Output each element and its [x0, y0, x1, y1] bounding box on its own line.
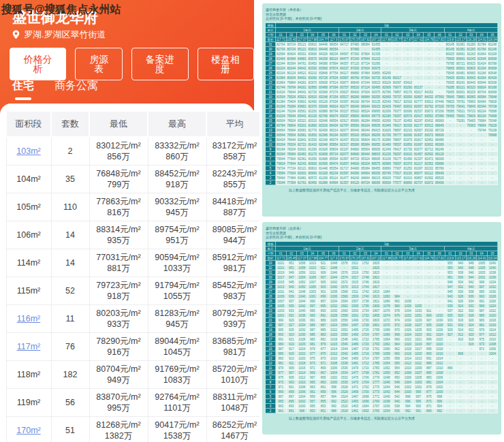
- value-cell: 1781: [371, 370, 382, 375]
- value-cell: 1048: [329, 261, 340, 266]
- empty-cell: -: [445, 142, 456, 147]
- value-cell: 82832: [424, 142, 435, 147]
- value-cell: 1720: [360, 342, 371, 347]
- type-cell: 01: [339, 33, 350, 37]
- value-cell: 1722: [360, 337, 371, 342]
- area-link-text[interactable]: 103m²: [16, 146, 40, 156]
- value-cell: 87569: [435, 95, 445, 99]
- value-cell: 82429: [381, 104, 392, 109]
- value-cell: 82197: [339, 147, 350, 152]
- price-per-sqm: 88311元/m²: [208, 392, 262, 402]
- value-cell: 1011: [308, 270, 319, 275]
- data-row: 3310219511058101391110481578152117521825…: [266, 261, 498, 266]
- value-cell: 1787: [371, 356, 382, 361]
- min-cell: 78290元/m²916万: [89, 333, 148, 361]
- area-cell: 104.78: [424, 256, 435, 261]
- empty-cell: -: [456, 394, 467, 399]
- value-cell: 1004: [403, 380, 413, 385]
- value-cell: 82090: [403, 133, 413, 138]
- value-cell: 81744: [276, 85, 287, 90]
- value-cell: 80788: [488, 61, 499, 66]
- max-cell: 89754元/m²951万: [148, 221, 206, 249]
- empty-cell: -: [403, 52, 413, 57]
- empty-cell: -: [403, 47, 413, 52]
- value-cell: 83312: [424, 123, 435, 128]
- value-cell: 1000: [403, 390, 413, 394]
- value-cell: 1732: [360, 313, 371, 318]
- value-cell: 85121: [297, 47, 308, 52]
- value-cell: 1576: [339, 270, 350, 275]
- value-cell: 1748: [360, 275, 371, 280]
- value-cell: 77364: [287, 180, 298, 185]
- value-cell: 84881: [297, 57, 308, 61]
- value-cell: 1558: [339, 313, 350, 318]
- value-cell: 79665: [445, 66, 456, 71]
- value-cell: 84600: [350, 161, 361, 166]
- area-link-text[interactable]: 170m²: [16, 426, 40, 435]
- value-cell: 1004: [435, 380, 445, 385]
- data-row: 2199992910369918891026155614991730180310…: [266, 318, 498, 323]
- value-cell: 1008: [297, 385, 308, 390]
- empty-cell: -: [403, 285, 413, 289]
- value-cell: 1078: [381, 304, 392, 309]
- value-cell: 993: [276, 332, 287, 337]
- value-cell: 1002: [403, 385, 413, 390]
- value-cell: 81024: [276, 114, 287, 119]
- data-row: 2381864798848428182970836088751483877866…: [266, 80, 498, 85]
- action-button-item[interactable]: 房源表: [75, 48, 123, 80]
- empty-cell: -: [445, 342, 456, 347]
- tab-item[interactable]: 商务公寓: [54, 79, 98, 100]
- value-cell: 85834: [329, 147, 340, 152]
- value-cell: 80668: [488, 66, 499, 71]
- value-cell: 1016: [435, 351, 445, 356]
- value-cell: 879: [424, 385, 435, 390]
- value-cell: 88354: [329, 42, 340, 47]
- value-cell: 1030: [297, 332, 308, 337]
- avg-cell: 85912元/m²981万: [206, 249, 263, 277]
- value-cell: 77817: [392, 171, 403, 176]
- value-cell: 1526: [339, 390, 350, 394]
- price-per-sqm: 92764元/m²: [149, 392, 206, 402]
- value-cell: 942: [467, 280, 477, 285]
- value-cell: 851: [318, 409, 329, 413]
- tab-item[interactable]: 住宅: [12, 79, 34, 100]
- value-cell: 86314: [329, 128, 340, 133]
- type-cell: 01: [381, 33, 392, 37]
- value-cell: 1497: [350, 323, 361, 328]
- empty-cell: -: [392, 52, 403, 57]
- floor-cell: 15: [266, 347, 276, 351]
- value-cell: 1011: [413, 361, 424, 366]
- floor-cell: 28: [266, 285, 276, 289]
- value-cell: 1026: [403, 328, 413, 332]
- action-button-item[interactable]: 备案进度: [131, 48, 188, 80]
- value-cell: 1064: [381, 337, 392, 342]
- total-price: 1467万: [208, 430, 262, 441]
- value-cell: 78897: [392, 128, 403, 133]
- empty-cell: -: [435, 294, 445, 299]
- empty-cell: -: [477, 138, 488, 142]
- value-cell: 1767: [371, 404, 382, 409]
- value-cell: 1044: [329, 275, 340, 280]
- area-link-text[interactable]: 117m²: [17, 342, 41, 351]
- value-cell: 1509: [350, 294, 361, 299]
- area-link-text[interactable]: 116m²: [17, 314, 41, 323]
- value-cell: 1011: [276, 289, 287, 294]
- value-cell: 81937: [413, 133, 424, 138]
- area-cell: 117.07: [297, 37, 308, 42]
- value-cell: 899: [424, 337, 435, 342]
- value-cell: 1570: [339, 285, 350, 289]
- value-cell: 944: [392, 390, 403, 394]
- empty-cell: -: [488, 409, 499, 413]
- empty-cell: -: [435, 275, 445, 280]
- value-cell: 991: [276, 337, 287, 342]
- value-cell: 82669: [381, 95, 392, 99]
- count-cell: 2: [51, 137, 89, 165]
- min-cell: 80704元/m²949万: [89, 361, 148, 389]
- avg-cell: 80792元/m²939万: [206, 305, 263, 333]
- total-price: 935万: [91, 235, 147, 246]
- action-button-active[interactable]: 价格分析: [10, 48, 66, 80]
- floor-cell: 18: [266, 104, 276, 109]
- action-button-item[interactable]: 楼盘相册: [198, 48, 254, 80]
- table-row: 105m²11077863元/m²816万90332元/m²945万84418元…: [6, 193, 263, 221]
- value-cell: 1728: [360, 323, 371, 328]
